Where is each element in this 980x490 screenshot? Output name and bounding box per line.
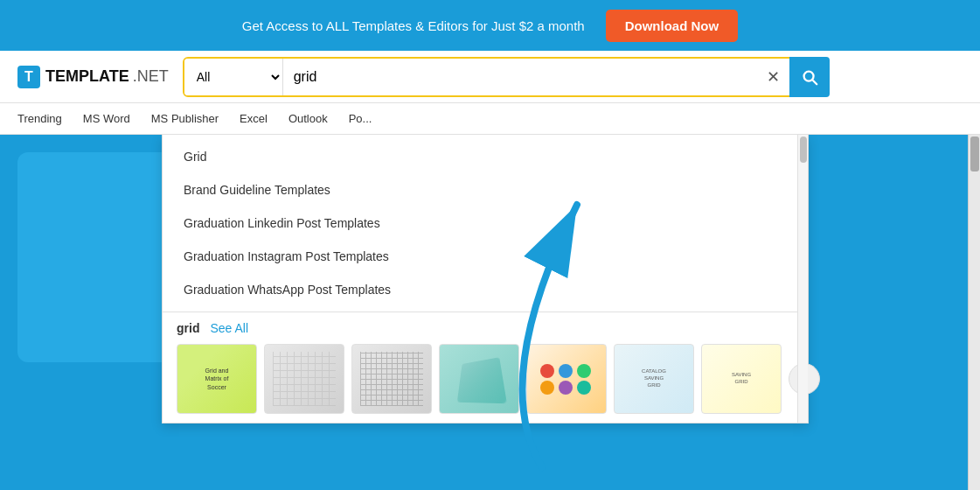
thumbnail-6[interactable]: CATALOGSAVINGGRID (614, 344, 694, 414)
thumbnail-2[interactable] (264, 344, 344, 414)
suggestion-item-grid[interactable]: Grid (163, 140, 808, 173)
search-dropdown: Grid Brand Guideline Templates Graduatio… (162, 135, 809, 424)
search-results: grid See All Grid andMatrix ofSoccer (163, 312, 808, 423)
search-button[interactable] (789, 57, 830, 97)
page-scrollbar[interactable] (968, 135, 980, 490)
suggestion-list: Grid Brand Guideline Templates Graduatio… (163, 135, 808, 312)
dropdown-scrollbar[interactable] (797, 135, 808, 423)
page-scrollbar-thumb (970, 136, 979, 172)
thumbnail-4[interactable] (439, 344, 519, 414)
logo-text-bold: TEMPLATE (45, 67, 129, 86)
search-input[interactable] (283, 59, 758, 95)
thumbnail-1[interactable]: Grid andMatrix ofSoccer (177, 344, 257, 414)
banner-text: Get Access to ALL Templates & Editors fo… (242, 18, 585, 33)
nav-bar: Trending MS Word MS Publisher Excel Outl… (0, 103, 980, 135)
search-icon (800, 67, 819, 87)
thumb-6-label: CATALOGSAVINGGRID (638, 365, 670, 392)
search-bar: All MS Word Excel PowerPoint ✕ (183, 57, 830, 97)
suggestion-item-linkedin[interactable]: Graduation Linkedin Post Templates (163, 206, 808, 240)
logo-text-light: .NET (133, 67, 169, 86)
nav-trending[interactable]: Trending (17, 112, 62, 125)
top-banner: Get Access to ALL Templates & Editors fo… (0, 0, 980, 51)
main-content: Grid Brand Guideline Templates Graduatio… (0, 135, 980, 490)
dropdown-scrollbar-thumb (800, 136, 807, 163)
thumb-1-label: Grid andMatrix ofSoccer (202, 363, 233, 394)
nav-ms-word[interactable]: MS Word (83, 112, 130, 125)
nav-more[interactable]: Po... (349, 112, 372, 125)
nav-outlook[interactable]: Outlook (288, 112, 328, 125)
search-category-select[interactable]: All MS Word Excel PowerPoint (184, 59, 283, 95)
thumbnail-7[interactable]: SAVINGGRID (701, 344, 782, 414)
nav-ms-publisher[interactable]: MS Publisher (151, 112, 219, 125)
results-thumbnails: Grid andMatrix ofSoccer (177, 344, 794, 414)
suggestion-item-brand[interactable]: Brand Guideline Templates (163, 173, 808, 206)
download-now-button[interactable]: Download Now (606, 10, 739, 42)
thumbnail-3[interactable] (351, 344, 432, 414)
see-all-link[interactable]: See All (210, 321, 248, 335)
suggestion-item-whatsapp[interactable]: Graduation WhatsApp Post Templates (163, 273, 808, 306)
clear-search-icon[interactable]: ✕ (758, 59, 789, 95)
nav-excel[interactable]: Excel (240, 112, 268, 125)
logo-icon: T (17, 66, 40, 88)
thumbnail-5[interactable] (526, 344, 607, 414)
suggestion-item-instagram[interactable]: Graduation Instagram Post Templates (163, 240, 808, 273)
results-keyword: grid (177, 321, 199, 335)
header: T TEMPLATE.NET All MS Word Excel PowerPo… (0, 51, 980, 103)
results-header: grid See All (177, 321, 794, 335)
thumb-7-label: SAVINGGRID (728, 368, 754, 389)
logo[interactable]: T TEMPLATE.NET (17, 66, 169, 88)
